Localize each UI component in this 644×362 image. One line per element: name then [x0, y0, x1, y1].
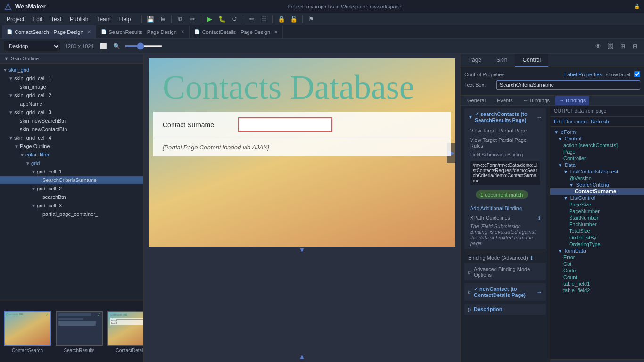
- toggle-cell1[interactable]: ▼: [8, 76, 14, 81]
- tree-SearchCriteriaSurname[interactable]: ▷ SearchCriteriaSurname: [0, 176, 143, 184]
- bind-tab-bindings-out[interactable]: → Bindings: [555, 96, 589, 105]
- tree-appName[interactable]: ▷ appName: [0, 99, 143, 108]
- out-Code[interactable]: Code: [550, 267, 644, 274]
- menu-team[interactable]: Team: [93, 15, 114, 24]
- xpath-label[interactable]: XPath Guidelines: [470, 215, 537, 221]
- thumb-contact-details[interactable]: Contacts DB First: Last: ✓ ContactDetail…: [107, 311, 143, 353]
- monitor-btn[interactable]: 🖥: [157, 14, 168, 25]
- tree-skin_grid[interactable]: ▼ skin_grid: [0, 66, 143, 74]
- tree-skin_image[interactable]: ▷ skin_image: [0, 82, 143, 91]
- zoom-btn[interactable]: 🔍: [112, 41, 122, 51]
- toggle-cell3[interactable]: ▼: [8, 110, 14, 115]
- binding-section-header-search[interactable]: ▼ ✓ searchContacts (to SearchResults Pag…: [464, 108, 546, 126]
- tab-search-results[interactable]: 📄 SearchResults - Page Design ✕: [96, 25, 190, 39]
- run-btn[interactable]: ▶: [205, 14, 215, 25]
- device-select[interactable]: Desktop: [4, 41, 60, 51]
- toggle-colorfilter[interactable]: ▼: [19, 152, 25, 157]
- bind-tab-general[interactable]: General: [462, 96, 490, 105]
- binding-section-header-desc[interactable]: ▷ Description: [464, 304, 546, 315]
- thumb-frame-search-results[interactable]: ✓: [56, 311, 103, 346]
- copy-btn[interactable]: ⧉: [175, 14, 185, 25]
- thumb-frame-contact-details[interactable]: Contacts DB First: Last: ✓: [107, 311, 143, 346]
- out-ListContactsRequest[interactable]: ▼ ListContactsRequest: [550, 168, 644, 175]
- refresh-link[interactable]: Refresh: [591, 119, 609, 124]
- out-TotalSize[interactable]: TotalSize: [550, 228, 644, 234]
- tab-contact-search-close[interactable]: ✕: [87, 29, 91, 34]
- out-ContactSurname[interactable]: ContactSurname: [550, 188, 644, 195]
- out-OrderListBy[interactable]: OrderListBy: [550, 234, 644, 241]
- tab-control[interactable]: Control: [515, 54, 548, 67]
- toggle-gridcell3[interactable]: ▼: [30, 203, 37, 208]
- menu-help[interactable]: Help: [116, 15, 135, 24]
- thumb-frame-contact-search[interactable]: Contacts DB ✓: [4, 311, 51, 346]
- view-target-row[interactable]: View Target Partial Page: [464, 126, 546, 135]
- thumb-contact-search[interactable]: Contacts DB ✓ ContactSearch: [4, 311, 51, 353]
- eye-icon-btn[interactable]: 👁: [593, 41, 603, 51]
- binding-mode-expand[interactable]: ▷ Advanced Binding Mode Options: [464, 263, 546, 280]
- toggle-gridcell1[interactable]: ▼: [30, 169, 37, 174]
- out-Cat[interactable]: Cat: [550, 261, 644, 267]
- out-Data[interactable]: ▼ Data: [550, 162, 644, 168]
- toggle-skin_grid[interactable]: ▼: [2, 67, 8, 73]
- out-Controller[interactable]: Controller: [550, 155, 644, 162]
- debug-btn[interactable]: 🐛: [217, 14, 227, 25]
- canvas-input-surname[interactable]: [238, 117, 332, 132]
- out-ListControl[interactable]: ▼ ListControl: [550, 195, 644, 201]
- tree-skin_grid_cell_2[interactable]: ▼ skin_grid_cell_2: [0, 91, 143, 99]
- tree-page_outline[interactable]: ▼ Page Outline: [0, 142, 143, 150]
- out-eForm[interactable]: ▼ eForm: [550, 129, 644, 135]
- menu-publish[interactable]: Publish: [66, 15, 92, 24]
- toggle-gridcell2[interactable]: ▼: [30, 186, 37, 191]
- menu-edit[interactable]: Edit: [29, 15, 46, 24]
- add-binding-link[interactable]: Add Additional Binding: [464, 204, 546, 213]
- toggle-pageoutline[interactable]: ▼: [13, 144, 20, 149]
- tree-grid_cell_2[interactable]: ▼ grid_cell_2: [0, 184, 143, 193]
- flag-btn[interactable]: ⚑: [306, 14, 316, 25]
- out-Error[interactable]: Error: [550, 254, 644, 261]
- tree-grid[interactable]: ▼ grid: [0, 159, 143, 167]
- tree-skin_newSearchBtn[interactable]: ▷ skin_newSearchBtn: [0, 116, 143, 125]
- edit-btn[interactable]: ✏: [247, 14, 257, 25]
- tree-partial_page_container[interactable]: ▷ partial_page_container_: [0, 210, 143, 218]
- output-resize-handle[interactable]: [550, 359, 644, 362]
- grid-view-btn[interactable]: ⊞: [618, 41, 628, 51]
- out-table_field2[interactable]: table_field2: [550, 287, 644, 294]
- out-Control[interactable]: ▼ Control: [550, 135, 644, 142]
- out-SearchCriteria[interactable]: ▼ SearchCriteria: [550, 181, 644, 188]
- zoom-slider[interactable]: [125, 45, 163, 47]
- out-table_field1[interactable]: table_field1: [550, 280, 644, 287]
- out-EndNumber[interactable]: EndNumber: [550, 221, 644, 228]
- page-icon-btn[interactable]: ⬜: [99, 41, 109, 51]
- tab-contact-details-close[interactable]: ✕: [274, 29, 278, 34]
- bind-tab-events[interactable]: Events: [492, 96, 518, 105]
- tab-page[interactable]: Page: [461, 54, 489, 67]
- out-formData[interactable]: ▼ formData: [550, 247, 644, 254]
- show-label-checkbox[interactable]: [634, 71, 640, 77]
- unlock-btn[interactable]: 🔓: [289, 14, 299, 25]
- toggle-grid[interactable]: ▼: [25, 161, 31, 166]
- tree-color_filter[interactable]: ▼ color_filter: [0, 150, 143, 159]
- canvas-scroll-down-btn[interactable]: ▲: [299, 353, 305, 360]
- tab-contact-details[interactable]: 📄 ContactDetails - Page Design ✕: [190, 25, 283, 39]
- toggle-cell4[interactable]: ▼: [8, 135, 14, 140]
- canvas-scroll[interactable]: Contacts Database Contact Surname [Parti…: [144, 54, 460, 351]
- tree-grid_cell_1[interactable]: ▼ grid_cell_1: [0, 167, 143, 176]
- refresh-btn[interactable]: ↺: [229, 14, 239, 25]
- out-StartNumber[interactable]: StartNumber: [550, 214, 644, 221]
- tab-skin[interactable]: Skin: [489, 54, 515, 67]
- menu-project[interactable]: Project: [3, 15, 28, 24]
- skin-view-btn[interactable]: 🖼: [605, 41, 616, 51]
- list-btn[interactable]: ☰: [259, 14, 269, 25]
- tree-skin_grid_cell_3[interactable]: ▼ skin_grid_cell_3: [0, 108, 143, 116]
- binding-section-header-newcontact[interactable]: ▷ ✓ newContact (to ContactDetails Page) …: [464, 283, 546, 301]
- out-Page[interactable]: Page: [550, 148, 644, 155]
- save-btn[interactable]: 💾: [145, 14, 156, 25]
- tree-skin_newContactBtn[interactable]: ▷ skin_newContactBtn: [0, 125, 143, 133]
- out-OrderingType[interactable]: OrderingType: [550, 241, 644, 247]
- thumb-search-results[interactable]: ✓ SearchResults: [56, 311, 103, 353]
- view-rules-row[interactable]: View Target Partial Page Rules: [464, 135, 546, 150]
- out-action[interactable]: action [searchContacts]: [550, 142, 644, 148]
- tree-searchBtn[interactable]: ▷ searchBtn: [0, 193, 143, 201]
- pen-btn[interactable]: ✏: [187, 14, 198, 25]
- tab-search-results-close[interactable]: ✕: [181, 29, 184, 34]
